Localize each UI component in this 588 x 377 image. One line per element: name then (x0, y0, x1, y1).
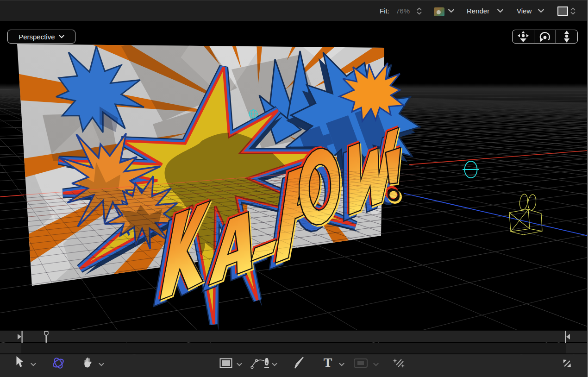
svg-text:T: T (324, 357, 332, 369)
